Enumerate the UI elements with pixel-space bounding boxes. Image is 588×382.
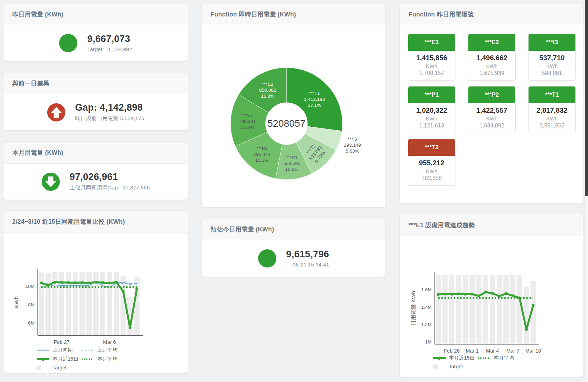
- card-body: ***E11,415,856KWh1,700,157***E21,496,662…: [400, 25, 583, 203]
- legend-item-thick[interactable]: 本月近15日: [37, 356, 82, 362]
- data-point[interactable]: [457, 292, 460, 295]
- tile-name: ***E1: [408, 34, 455, 51]
- tile-target-value: 3,591,562: [529, 123, 575, 129]
- legend-item-dotted[interactable]: 本月平均: [82, 356, 188, 362]
- data-point[interactable]: [67, 281, 70, 284]
- y-tick-label: 8M: [28, 302, 35, 307]
- tile-name: ***E2: [468, 34, 515, 51]
- legend-item-dotted[interactable]: 本月平均: [478, 355, 583, 361]
- target-bar[interactable]: [476, 275, 482, 344]
- target-bar[interactable]: [469, 275, 475, 344]
- target-bar[interactable]: [86, 272, 92, 335]
- target-bar[interactable]: [73, 272, 78, 335]
- data-point[interactable]: [81, 281, 84, 284]
- target-bar[interactable]: [524, 287, 529, 344]
- data-point[interactable]: [74, 282, 77, 284]
- data-point[interactable]: [60, 281, 63, 284]
- data-point[interactable]: [129, 326, 132, 329]
- tile-value: 1,496,662: [468, 54, 515, 62]
- data-point[interactable]: [108, 282, 111, 284]
- legend-marker-icon: [37, 365, 49, 370]
- y-tick-label: 1M: [425, 339, 432, 345]
- kpi-row: 97,026,961 上個月同期用電Gap: -17,377,566: [3, 164, 188, 200]
- data-point[interactable]: [491, 292, 494, 295]
- target-bar[interactable]: [503, 275, 509, 344]
- legend-item-square[interactable]: Target: [433, 364, 478, 369]
- target-bar[interactable]: [45, 273, 51, 335]
- data-point[interactable]: [532, 304, 534, 307]
- legend-label: 上月同期: [52, 347, 73, 353]
- kpi-subtext: Target: 11,128,992: [87, 46, 132, 53]
- x-tick-label: Feb 27: [54, 339, 70, 345]
- data-point[interactable]: [484, 291, 487, 293]
- card-title: 本月用電量 (KWh): [3, 142, 188, 164]
- data-point[interactable]: [115, 281, 118, 284]
- y-tick-label: 10M: [26, 284, 35, 289]
- legend-marker-icon: [433, 356, 446, 361]
- data-point[interactable]: [451, 293, 453, 296]
- status-tile-E1: ***E11,415,856KWh1,700,157: [408, 34, 455, 81]
- data-point[interactable]: [88, 282, 91, 284]
- card-title-text: Function 即時日用電量 (KWh): [211, 10, 296, 19]
- target-bar[interactable]: [442, 275, 448, 344]
- target-bar[interactable]: [456, 275, 461, 344]
- target-bar[interactable]: [107, 272, 112, 335]
- tile-unit: KWh: [468, 116, 515, 121]
- target-bar[interactable]: [134, 277, 140, 335]
- card-title-text: 昨日用電量 (KWh): [12, 10, 63, 19]
- legend-marker-icon: [37, 357, 49, 362]
- status-tile-grid: ***E11,415,856KWh1,700,157***E21,496,662…: [400, 25, 583, 186]
- legend-item-dashed[interactable]: 上月平均: [82, 347, 188, 353]
- x-tick-label: Mar 4: [486, 348, 499, 353]
- data-point[interactable]: [444, 293, 446, 296]
- card-body: 97,026,961 上個月同期用電Gap: -17,377,566: [3, 164, 188, 200]
- data-point[interactable]: [505, 292, 508, 295]
- data-point[interactable]: [122, 290, 125, 293]
- kpi-subtext: 昨日與前日用電量 5,524,175: [75, 115, 144, 122]
- target-bar[interactable]: [497, 275, 502, 344]
- card-e1-trend-chart: ***E1 設備用電達成趨勢 1M1.2M1.4M1.6M日用電量 KWhFeb…: [399, 214, 584, 377]
- data-point[interactable]: [471, 293, 474, 296]
- target-bar[interactable]: [463, 275, 468, 344]
- donut-center-total: 5208057: [267, 118, 305, 129]
- target-bar[interactable]: [435, 275, 441, 344]
- data-point[interactable]: [477, 294, 480, 297]
- tile-unit: KWh: [529, 116, 575, 121]
- target-bar[interactable]: [449, 275, 454, 344]
- tile-target-value: 1,121,613: [408, 123, 455, 129]
- legend-item-solid[interactable]: 上月同期: [37, 347, 82, 353]
- data-point[interactable]: [464, 293, 467, 296]
- data-point[interactable]: [54, 281, 56, 284]
- target-bar[interactable]: [490, 275, 495, 344]
- page-scrollbar[interactable]: [585, 0, 588, 382]
- e1-trend-line-chart: 1M1.2M1.4M1.6M日用電量 KWhFeb 26Mar 1Mar 4Ma…: [400, 236, 583, 355]
- legend-item-thick[interactable]: 本月近15日: [433, 355, 478, 361]
- card-month-usage: 本月用電量 (KWh) 97,026,961 上個月同期用電Gap: -17,3…: [3, 141, 188, 200]
- target-bar[interactable]: [510, 275, 516, 344]
- legend-label: 本月平均: [494, 355, 514, 361]
- card-body: ***T11,413,18327.1%***I3293,1495.63%***T…: [202, 25, 385, 207]
- card-title: 2/24~3/10 近15日同期用電量比較 (KWh): [3, 211, 188, 232]
- data-point[interactable]: [40, 282, 43, 284]
- y-tick-label: 1.6M: [421, 287, 432, 292]
- data-point[interactable]: [525, 328, 528, 331]
- legend-item-square[interactable]: Target: [37, 365, 82, 370]
- legend-marker-icon: [37, 348, 49, 353]
- card-body: 9,667,073 Target: 11,128,992: [3, 25, 188, 61]
- card-title-text: ***E1 設備用電達成趨勢: [409, 221, 475, 229]
- target-bar[interactable]: [38, 272, 44, 335]
- kpi-row: Gap: 4,142,898 昨日與前日用電量 5,524,175: [3, 94, 188, 130]
- kpi-text: 97,026,961 上個月同期用電Gap: -17,377,566: [70, 172, 150, 192]
- target-bar[interactable]: [483, 275, 488, 344]
- card-body: 1M1.2M1.4M1.6M日用電量 KWhFeb 26Mar 1Mar 4Ma…: [400, 236, 583, 377]
- y-tick-label: 1.4M: [421, 305, 432, 310]
- card-title: Function 昨日用電燈號: [400, 4, 583, 25]
- compare15-svg: 6M8M10MKWhFeb 27Mar 6: [3, 232, 188, 345]
- tile-name: ***T2: [408, 139, 455, 156]
- data-point[interactable]: [94, 281, 97, 284]
- scrollbar-thumb[interactable]: [585, 0, 588, 196]
- data-point[interactable]: [437, 293, 440, 296]
- data-point[interactable]: [511, 294, 514, 297]
- data-point[interactable]: [101, 281, 104, 284]
- legend-label: 本月近15日: [449, 355, 475, 361]
